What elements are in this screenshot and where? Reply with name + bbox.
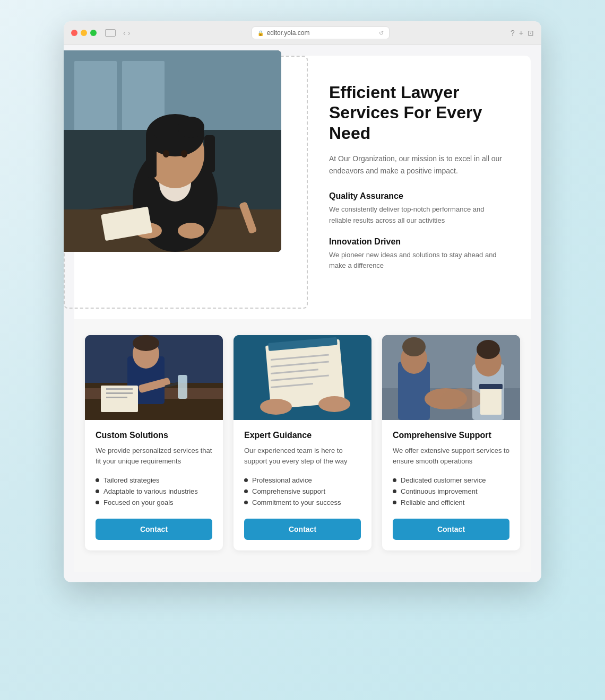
maximize-button[interactable] bbox=[90, 30, 97, 36]
lock-icon: 🔒 bbox=[257, 30, 264, 36]
hero-image bbox=[64, 50, 281, 252]
card-list-1: Tailored strategies Adaptable to various… bbox=[96, 475, 212, 508]
card-illustration-2 bbox=[234, 335, 371, 420]
hero-image-container bbox=[64, 50, 302, 303]
close-button[interactable] bbox=[71, 30, 77, 36]
card-desc-3: We offer extensive support services to e… bbox=[393, 445, 509, 466]
list-item: Tailored strategies bbox=[96, 475, 212, 486]
url-text: editor.yola.com bbox=[267, 29, 310, 37]
bullet-icon bbox=[244, 489, 248, 493]
help-icon[interactable]: ? bbox=[511, 29, 515, 37]
svg-rect-30 bbox=[106, 388, 133, 390]
address-bar-container: 🔒 editor.yola.com ↺ bbox=[135, 27, 505, 39]
cards-section: Custom Solutions We provide personalized… bbox=[74, 319, 531, 572]
bullet-icon bbox=[244, 501, 248, 504]
card-body-2: Expert Guidance Our experienced team is … bbox=[234, 420, 371, 550]
card-body-3: Comprehensive Support We offer extensive… bbox=[382, 420, 520, 550]
svg-rect-2 bbox=[74, 61, 117, 135]
bullet-icon bbox=[96, 489, 99, 493]
page-content: Efficient Lawyer Services For Every Need… bbox=[74, 56, 531, 572]
card-comprehensive-support: Comprehensive Support We offer extensive… bbox=[382, 335, 520, 550]
hero-text: Efficient Lawyer Services For Every Need… bbox=[302, 56, 531, 303]
svg-rect-12 bbox=[146, 135, 157, 178]
svg-rect-54 bbox=[480, 386, 502, 415]
card-custom-solutions: Custom Solutions We provide personalized… bbox=[85, 335, 223, 550]
list-item: Comprehensive support bbox=[244, 486, 361, 497]
feature-quality-title: Quality Assurance bbox=[329, 191, 504, 201]
card-image-2 bbox=[234, 335, 371, 420]
hero-title: Efficient Lawyer Services For Every Need bbox=[329, 82, 504, 143]
card-image-3 bbox=[382, 335, 520, 420]
card-illustration-3 bbox=[382, 335, 520, 420]
bullet-icon bbox=[393, 489, 396, 493]
nav-arrows: ‹ › bbox=[123, 29, 130, 37]
traffic-lights bbox=[71, 30, 97, 36]
card-body-1: Custom Solutions We provide personalized… bbox=[85, 420, 223, 550]
svg-rect-31 bbox=[106, 392, 133, 394]
list-item: Commitment to your success bbox=[244, 497, 361, 508]
card-desc-1: We provide personalized services that fi… bbox=[96, 445, 212, 466]
svg-point-51 bbox=[477, 340, 500, 359]
back-button[interactable]: ‹ bbox=[123, 29, 126, 37]
card-list-2: Professional advice Comprehensive suppor… bbox=[244, 475, 361, 508]
contact-button-3[interactable]: Contact bbox=[393, 519, 509, 540]
card-list-3: Dedicated customer service Continuous im… bbox=[393, 475, 509, 508]
svg-point-48 bbox=[402, 337, 426, 356]
list-item: Adaptable to various industries bbox=[96, 486, 212, 497]
svg-rect-13 bbox=[204, 135, 215, 172]
refresh-icon[interactable]: ↺ bbox=[379, 30, 384, 37]
browser-toolbar: ‹ › 🔒 editor.yola.com ↺ ? + ⊡ bbox=[64, 21, 541, 45]
card-title-1: Custom Solutions bbox=[96, 431, 212, 440]
card-title-2: Expert Guidance bbox=[244, 431, 361, 440]
bullet-icon bbox=[96, 501, 99, 504]
bullet-icon bbox=[244, 478, 248, 482]
browser-window: ‹ › 🔒 editor.yola.com ↺ ? + ⊡ bbox=[64, 21, 541, 582]
feature-innovation-desc: We pioneer new ideas and solutions to st… bbox=[329, 250, 499, 272]
svg-point-14 bbox=[178, 117, 204, 138]
svg-rect-55 bbox=[479, 384, 503, 389]
bullet-icon bbox=[96, 478, 99, 482]
list-item: Dedicated customer service bbox=[393, 475, 509, 486]
svg-point-16 bbox=[181, 150, 187, 158]
hero-illustration bbox=[64, 50, 281, 252]
list-item: Reliable and efficient bbox=[393, 497, 509, 508]
hero-section: Efficient Lawyer Services For Every Need… bbox=[74, 56, 531, 303]
menu-icon[interactable]: ⊡ bbox=[528, 29, 534, 37]
toolbar-actions: ? + ⊡ bbox=[511, 29, 534, 37]
svg-point-43 bbox=[318, 396, 350, 412]
feature-innovation: Innovation Driven We pioneer new ideas a… bbox=[329, 237, 504, 272]
contact-button-1[interactable]: Contact bbox=[96, 519, 212, 540]
forward-button[interactable]: › bbox=[128, 29, 131, 37]
svg-rect-33 bbox=[178, 375, 187, 399]
hero-subtitle: At Our Organization, our mission is to e… bbox=[329, 153, 504, 177]
svg-point-18 bbox=[178, 223, 204, 239]
card-illustration-1 bbox=[85, 335, 223, 420]
bullet-icon bbox=[393, 478, 396, 482]
svg-rect-32 bbox=[106, 397, 127, 398]
card-desc-2: Our experienced team is here to support … bbox=[244, 445, 361, 466]
minimize-button[interactable] bbox=[81, 30, 87, 36]
card-title-3: Comprehensive Support bbox=[393, 431, 509, 440]
list-item: Focused on your goals bbox=[96, 497, 212, 508]
list-item: Continuous improvement bbox=[393, 486, 509, 497]
list-item: Professional advice bbox=[244, 475, 361, 486]
card-expert-guidance: Expert Guidance Our experienced team is … bbox=[234, 335, 371, 550]
feature-quality-desc: We consistently deliver top-notch perfor… bbox=[329, 204, 499, 226]
feature-quality: Quality Assurance We consistently delive… bbox=[329, 191, 504, 226]
bullet-icon bbox=[393, 501, 396, 504]
feature-innovation-title: Innovation Driven bbox=[329, 237, 504, 247]
add-icon[interactable]: + bbox=[519, 29, 523, 37]
svg-point-53 bbox=[440, 388, 483, 409]
svg-point-26 bbox=[133, 335, 159, 351]
svg-point-15 bbox=[163, 150, 169, 158]
card-image-1 bbox=[85, 335, 223, 420]
address-bar[interactable]: 🔒 editor.yola.com ↺ bbox=[252, 27, 390, 39]
contact-button-2[interactable]: Contact bbox=[244, 519, 361, 540]
tab-icon bbox=[105, 29, 116, 37]
svg-point-42 bbox=[260, 399, 292, 415]
